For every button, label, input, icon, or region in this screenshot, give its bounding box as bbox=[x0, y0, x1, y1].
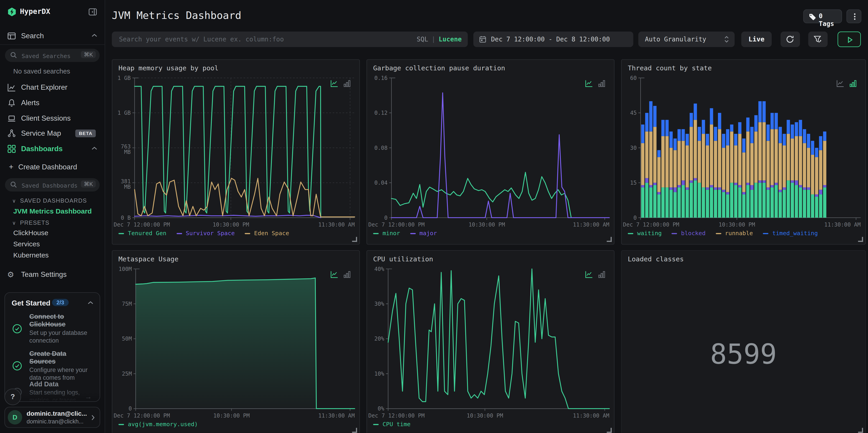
legend-item-runnable[interactable]: runnable bbox=[715, 230, 753, 236]
sidebar-item-service-map[interactable]: Service Map BETA bbox=[0, 126, 104, 141]
sidebar-item-clickhouse[interactable]: ClickHouse bbox=[13, 229, 48, 237]
filter-edit-button[interactable] bbox=[808, 32, 828, 47]
saved-searches-search[interactable]: ⌘K bbox=[5, 49, 100, 62]
sidebar-collapse-icon[interactable] bbox=[88, 7, 97, 17]
svg-text:0.04: 0.04 bbox=[374, 180, 388, 186]
line-chart-mode-icon[interactable] bbox=[331, 271, 338, 278]
legend-item-CPU time[interactable]: CPU time bbox=[373, 421, 410, 427]
laptop-icon bbox=[7, 114, 16, 123]
user-menu[interactable]: D dominic.tran@clic... dominic.tran@clic… bbox=[4, 407, 100, 428]
sidebar-item-chart-explorer[interactable]: Chart Explorer bbox=[0, 80, 104, 95]
resize-handle[interactable] bbox=[607, 428, 612, 433]
chart-canvas[interactable]: 604530150Dec 7 12:00:00 PM10:30:00 PM11:… bbox=[622, 60, 865, 244]
svg-text:30: 30 bbox=[630, 145, 637, 151]
sidebar-item-services[interactable]: Services bbox=[13, 240, 40, 248]
saved-dashboards-search[interactable]: ⌘K bbox=[5, 178, 100, 191]
kebab-menu-icon bbox=[851, 12, 859, 20]
bar-chart-mode-icon[interactable] bbox=[343, 271, 351, 278]
sidebar-item-team-settings[interactable]: ⚙ Team Settings bbox=[0, 267, 104, 282]
sidebar-item-search[interactable]: Search bbox=[0, 29, 104, 43]
resize-handle[interactable] bbox=[352, 237, 357, 242]
shortcut-badge: ⌘K bbox=[81, 181, 96, 188]
legend-item-Survivor Space[interactable]: Survivor Space bbox=[176, 230, 235, 236]
line-chart-mode-icon[interactable] bbox=[331, 80, 338, 87]
sidebar-item-client-sessions[interactable]: Client Sessions bbox=[0, 111, 104, 126]
event-search-bar[interactable]: SQL|Lucene bbox=[112, 32, 468, 47]
live-button[interactable]: Live bbox=[741, 32, 772, 47]
legend-item-Tenured Gen[interactable]: Tenured Gen bbox=[118, 230, 166, 236]
divider bbox=[0, 44, 104, 44]
saved-searches-input[interactable] bbox=[21, 50, 78, 62]
refresh-button[interactable] bbox=[781, 32, 800, 47]
chevron-up-icon[interactable] bbox=[87, 301, 94, 305]
line-chart-mode-icon[interactable] bbox=[585, 80, 593, 87]
sidebar-item-label: Alerts bbox=[21, 99, 39, 107]
date-range-picker[interactable]: Dec 7 12:00:00 - Dec 8 12:00:00 bbox=[473, 32, 633, 47]
bar-chart-mode-icon[interactable] bbox=[849, 80, 857, 87]
bar-chart-mode-icon[interactable] bbox=[598, 80, 606, 87]
line-chart-mode-icon[interactable] bbox=[837, 80, 844, 87]
panel-title[interactable]: CPU utilization bbox=[373, 255, 433, 263]
query-language-toggle[interactable]: SQL|Lucene bbox=[417, 35, 462, 43]
check-circle-icon bbox=[12, 323, 22, 334]
resize-handle[interactable] bbox=[858, 237, 863, 242]
panel-title[interactable]: Metaspace Usage bbox=[118, 255, 178, 263]
saved-dashboards-group[interactable]: ∨SAVED DASHBOARDS bbox=[12, 197, 87, 204]
create-dashboard-button[interactable]: + Create Dashboard bbox=[0, 160, 104, 175]
run-query-button[interactable] bbox=[837, 32, 861, 47]
panel-title[interactable]: Thread count by state bbox=[628, 64, 712, 72]
legend-item-major[interactable]: major bbox=[410, 230, 437, 236]
svg-text:50M: 50M bbox=[122, 336, 132, 342]
svg-text:Dec 7 12:00:00 PM: Dec 7 12:00:00 PM bbox=[114, 221, 170, 228]
legend-item-waiting[interactable]: waiting bbox=[628, 230, 662, 236]
presets-group[interactable]: ∨PRESETS bbox=[12, 219, 50, 226]
play-icon bbox=[845, 35, 854, 44]
chart-canvas[interactable]: 1 GB1 GB763MB381MB0 BDec 7 12:00:00 PM10… bbox=[113, 60, 359, 244]
step-title: Create Data Sources bbox=[29, 350, 93, 365]
tags-button[interactable]: 0 Tags bbox=[803, 9, 842, 23]
chart-mode-toggle bbox=[585, 80, 606, 87]
panel-menu-button[interactable] bbox=[846, 9, 861, 23]
chart-canvas[interactable]: 40%30%20%10%0%Dec 7 12:00:00 PM10:30:00 … bbox=[367, 251, 614, 433]
app-root: HyperDX Search ⌘K No saved searches Char… bbox=[0, 0, 868, 433]
legend-item-avg(jvm.memory.used)[interactable]: avg(jvm.memory.used) bbox=[118, 421, 198, 427]
line-chart-mode-icon[interactable] bbox=[585, 271, 593, 278]
dashboards-grid-icon bbox=[7, 145, 16, 153]
legend-item-minor[interactable]: minor bbox=[373, 230, 400, 236]
legend-item-blocked[interactable]: blocked bbox=[672, 230, 706, 236]
svg-text:Dec 7 12:00:00 PM: Dec 7 12:00:00 PM bbox=[623, 221, 679, 228]
bar-chart-mode-icon[interactable] bbox=[598, 271, 606, 278]
event-search-input[interactable] bbox=[118, 34, 380, 45]
sidebar-item-dashboards[interactable]: Dashboards bbox=[0, 142, 104, 156]
chart-canvas[interactable]: 100M75M50M25M0Dec 7 12:00:00 PM10:30:00 … bbox=[113, 251, 359, 433]
sidebar-item-jvm-metrics-dashboard[interactable]: JVM Metrics Dashboard bbox=[13, 208, 92, 215]
sidebar-item-alerts[interactable]: Alerts bbox=[0, 96, 104, 110]
saved-dashboards-input[interactable] bbox=[21, 179, 78, 191]
sidebar-item-label: Team Settings bbox=[21, 270, 66, 278]
legend-item-timed_waiting[interactable]: timed_waiting bbox=[763, 230, 818, 236]
chart-canvas[interactable]: 0.160.120.080.040Dec 7 12:00:00 PM10:30:… bbox=[367, 60, 614, 244]
no-saved-searches-text: No saved searches bbox=[13, 68, 70, 75]
svg-text:0: 0 bbox=[633, 215, 637, 221]
svg-text:0.16: 0.16 bbox=[374, 75, 388, 81]
user-email: dominic.tran@clickh... bbox=[27, 418, 89, 425]
granularity-select[interactable]: Auto Granularity bbox=[638, 32, 735, 47]
resize-handle[interactable] bbox=[858, 428, 863, 433]
legend-item-Eden Space[interactable]: Eden Space bbox=[245, 230, 289, 236]
step-desc: Set up your database connection bbox=[29, 330, 93, 344]
get-started-step-sources[interactable]: Create Data Sources Configure where your… bbox=[11, 350, 93, 381]
resize-handle[interactable] bbox=[352, 428, 357, 433]
panel-title[interactable]: Garbage collection pause duration bbox=[373, 64, 505, 72]
svg-text:25M: 25M bbox=[122, 371, 132, 377]
sidebar-item-label: Service Map bbox=[21, 129, 61, 137]
panel-title[interactable]: Heap memory usage by pool bbox=[118, 64, 218, 72]
help-button[interactable]: ? bbox=[4, 389, 21, 405]
lucene-toggle[interactable]: Lucene bbox=[439, 35, 462, 43]
sidebar-item-kubernetes[interactable]: Kubernetes bbox=[13, 251, 49, 259]
chart-mode-toggle bbox=[837, 80, 857, 87]
bar-chart-mode-icon[interactable] bbox=[343, 80, 351, 87]
resize-handle[interactable] bbox=[607, 237, 612, 242]
get-started-step-connect[interactable]: Connect to ClickHouse Set up your databa… bbox=[11, 313, 93, 344]
sql-toggle[interactable]: SQL bbox=[417, 35, 428, 43]
panel-title[interactable]: Loaded classes bbox=[628, 255, 684, 263]
